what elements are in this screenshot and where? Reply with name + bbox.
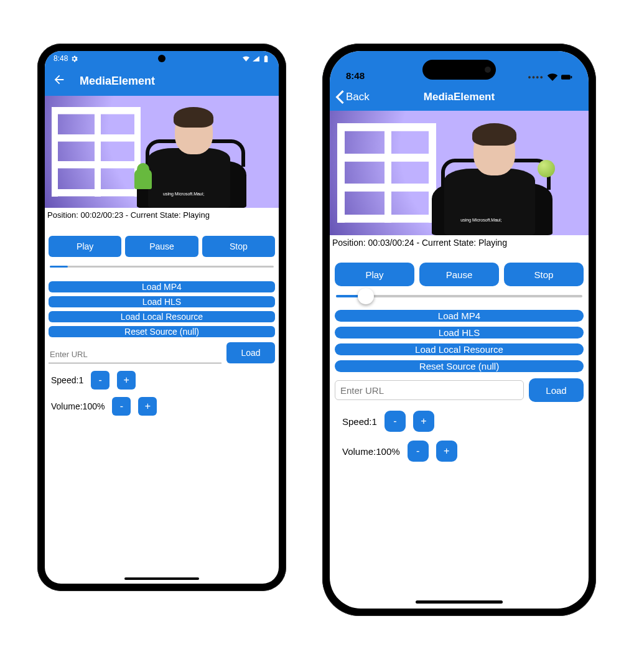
battery-icon [561, 73, 572, 81]
speed-label: Speed:1 [342, 416, 377, 427]
speed-decrease-button[interactable]: - [385, 411, 406, 432]
url-input[interactable] [335, 380, 524, 400]
battery-icon [262, 55, 270, 63]
video-player[interactable]: using Microsoft.Maui; [330, 111, 589, 235]
shirt-text: using Microsoft.Maui; [460, 218, 501, 222]
volume-increase-button[interactable]: + [138, 397, 157, 416]
status-time: 8:48 [54, 54, 68, 63]
iphone-device-frame: 8:48 ●●●● Back MediaElement using Micros… [322, 44, 596, 616]
wifi-icon [547, 73, 558, 81]
play-button[interactable]: Play [49, 236, 121, 257]
dynamic-island [422, 60, 496, 80]
chevron-left-icon [335, 90, 345, 104]
volume-increase-button[interactable]: + [436, 441, 457, 462]
load-url-button[interactable]: Load [226, 342, 275, 363]
reset-source-button[interactable]: Reset Source (null) [49, 326, 275, 337]
android-screen: 8:48 MediaElement using Microsoft.Maui; [45, 51, 279, 584]
iphone-screen: 8:48 ●●●● Back MediaElement using Micros… [330, 51, 589, 609]
ios-content: using Microsoft.Maui; Position: 00:03/00… [330, 111, 589, 609]
volume-label: Volume:100% [342, 446, 400, 457]
android-app-bar: MediaElement [45, 66, 279, 96]
shirt-text: using Microsoft.Maui; [163, 192, 204, 196]
svg-rect-1 [571, 76, 572, 78]
speed-increase-button[interactable]: + [117, 371, 136, 390]
load-local-button[interactable]: Load Local Resource [335, 343, 584, 355]
speed-decrease-button[interactable]: - [91, 371, 110, 390]
position-slider[interactable] [330, 286, 589, 304]
speed-label: Speed:1 [51, 375, 83, 385]
ios-nav-bar: Back MediaElement [330, 83, 589, 111]
status-time: 8:48 [346, 70, 365, 81]
load-local-button[interactable]: Load Local Resource [49, 311, 275, 322]
load-mp4-button[interactable]: Load MP4 [335, 310, 584, 322]
android-device-frame: 8:48 MediaElement using Microsoft.Maui; [37, 44, 286, 591]
apple-icon [538, 160, 555, 177]
android-content: using Microsoft.Maui; Position: 00:02/00… [45, 96, 279, 584]
reset-source-button[interactable]: Reset Source (null) [335, 360, 584, 372]
gear-icon [70, 55, 78, 63]
page-title: MediaElement [80, 75, 155, 88]
android-figurine-icon [134, 169, 152, 189]
back-button[interactable]: Back [335, 90, 370, 104]
speed-increase-button[interactable]: + [413, 411, 434, 432]
volume-decrease-button[interactable]: - [112, 397, 131, 416]
back-label: Back [346, 91, 370, 103]
stop-button[interactable]: Stop [504, 263, 584, 286]
volume-label: Volume:100% [51, 401, 105, 411]
volume-decrease-button[interactable]: - [408, 441, 429, 462]
svg-rect-0 [561, 75, 571, 80]
position-slider[interactable] [45, 257, 279, 273]
load-mp4-button[interactable]: Load MP4 [49, 281, 275, 292]
back-arrow-icon[interactable] [52, 73, 66, 90]
android-nav-bar [124, 577, 199, 580]
load-hls-button[interactable]: Load HLS [49, 296, 275, 307]
pause-button[interactable]: Pause [419, 263, 499, 286]
home-indicator [416, 600, 503, 604]
android-camera [158, 55, 165, 62]
position-status: Position: 00:03/00:24 - Current State: P… [330, 235, 589, 249]
wifi-icon [242, 55, 250, 63]
load-url-button[interactable]: Load [529, 378, 584, 402]
stop-button[interactable]: Stop [202, 236, 275, 257]
load-hls-button[interactable]: Load HLS [335, 327, 584, 338]
play-button[interactable]: Play [335, 263, 414, 286]
video-player[interactable]: using Microsoft.Maui; [45, 96, 279, 208]
page-title: MediaElement [424, 91, 495, 103]
signal-icon [252, 55, 260, 63]
url-input[interactable] [49, 346, 221, 363]
position-status: Position: 00:02/00:23 - Current State: P… [45, 208, 279, 221]
pause-button[interactable]: Pause [125, 236, 198, 257]
status-dots-icon: ●●●● [528, 74, 544, 80]
